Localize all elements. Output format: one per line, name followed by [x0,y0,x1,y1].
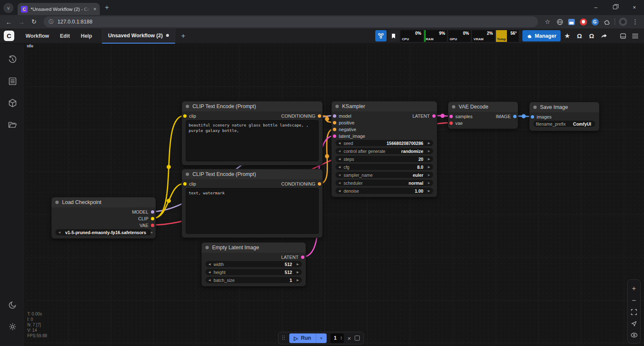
increment-arrow-icon[interactable]: ▶ [294,271,302,274]
menu-workflow[interactable]: Workflow [20,33,55,39]
back-icon[interactable]: ← [3,16,14,27]
widget-denoise[interactable]: ◀denoise1.00▶ [335,188,433,194]
decrement-arrow-icon[interactable]: ◀ [335,173,343,177]
widget-batch-size[interactable]: ◀batch_size1▶ [205,277,302,283]
run-options-chevron-icon[interactable]: ∨ [316,333,327,343]
site-info-icon[interactable]: ⓘ [49,18,54,26]
input-dot[interactable] [183,114,187,118]
increment-arrow-icon[interactable]: ▶ [425,189,433,193]
input-dot[interactable] [449,121,453,125]
zoom-in-button[interactable]: + [632,285,636,292]
reload-icon[interactable]: ↻ [29,16,39,27]
output-port[interactable]: IMAGE [496,114,517,119]
input-port[interactable]: images [531,114,551,119]
input-dot[interactable] [333,121,336,124]
output-dot[interactable] [301,256,304,259]
workflows-folder-icon[interactable] [4,116,21,133]
output-port[interactable]: VAE [140,223,154,228]
decrement-arrow-icon[interactable]: ◀ [55,231,63,234]
increment-arrow-icon[interactable]: ▶ [425,142,433,145]
increment-arrow-icon[interactable]: ▶ [425,181,433,185]
decrement-arrow-icon[interactable]: ◀ [335,142,343,145]
output-port[interactable]: MODEL [132,209,154,214]
output-dot[interactable] [151,210,154,214]
decrement-arrow-icon[interactable]: ◀ [205,279,213,282]
extension-icon-2[interactable]: Ω [586,30,597,41]
printer-extension-icon[interactable] [566,17,576,27]
widget-control-after-generate[interactable]: ◀control after generaterandomize▶ [335,148,433,154]
input-dot[interactable] [183,182,187,186]
decrement-arrow-icon[interactable]: ◀ [205,271,213,274]
graph-node-save_image[interactable]: Save Imageimagesfilename_prefixComfyUI [529,102,600,131]
zoom-out-button[interactable]: − [632,297,636,304]
forward-icon[interactable]: → [16,16,27,27]
settings-gear-icon[interactable] [4,318,21,335]
batch-count-input[interactable]: 1 ▲▼ [330,333,344,343]
graph-node-empty_latent[interactable]: Empty Latent ImageLATENT◀width512▶◀heigh… [201,242,306,287]
queue-history-icon[interactable] [4,51,21,68]
input-port[interactable]: model [333,114,351,119]
increment-arrow-icon[interactable]: ▶ [294,263,302,266]
graph-node-vae_decode[interactable]: VAE DecodesamplesIMAGEvae [448,101,518,129]
increment-arrow-icon[interactable]: ▶ [148,231,156,234]
widget-sampler-name[interactable]: ◀sampler_nameeuler▶ [335,172,433,178]
graph-node-load_checkpoint[interactable]: Load CheckpointMODELCLIPVAE◀c ...v1-5-pr… [51,197,156,239]
favorites-star-icon[interactable]: ★ [562,30,573,41]
input-port[interactable]: latent_image [333,134,365,139]
input-port[interactable]: clip [183,181,196,186]
decrement-arrow-icon[interactable]: ◀ [205,263,213,266]
menu-help[interactable]: Help [75,33,98,39]
prompt-textarea[interactable]: beautiful scenery nature glass bottle la… [186,120,319,161]
input-port[interactable]: positive [333,120,354,125]
clear-queue-icon[interactable]: × [348,335,351,342]
decrement-arrow-icon[interactable]: ◀ [335,150,343,153]
extensions-puzzle-icon[interactable] [602,17,612,27]
run-button[interactable]: ▷Run ∨ [289,333,327,343]
input-port[interactable]: samples [449,114,473,119]
share-arrow-icon[interactable] [598,30,609,41]
stop-icon[interactable] [355,336,360,341]
hamburger-menu-icon[interactable] [630,30,641,41]
graph-node-clip_negative[interactable]: CLIP Text Encode (Prompt)clipCONDITIONIN… [182,169,323,238]
output-dot[interactable] [432,114,436,118]
node-library-icon[interactable] [4,73,21,90]
browser-menu-kebab-icon[interactable]: ⋮ [630,16,641,27]
bookmark-star-icon[interactable]: ☆ [542,16,553,27]
adblock-extension-icon[interactable] [578,17,588,27]
browser-tab[interactable]: C *Unsaved Workflow (2) - Comfy × [18,3,100,15]
decrement-arrow-icon[interactable]: ◀ [335,158,343,161]
decrement-arrow-icon[interactable]: ◀ [335,165,343,169]
widget-scheduler[interactable]: ◀schedulernormal▶ [335,180,433,186]
bottom-panel-toggle-icon[interactable] [618,30,628,41]
select-arrow-button[interactable] [631,320,637,327]
graph-node-ksampler[interactable]: KSamplermodelLATENTpositivenegativelaten… [331,101,437,197]
theme-moon-icon[interactable] [4,297,21,313]
increment-arrow-icon[interactable]: ▶ [425,165,433,169]
output-port[interactable]: CONDITIONING [281,181,321,186]
input-dot[interactable] [531,115,534,119]
tab-search-button[interactable]: v [3,3,13,13]
bookmark-icon[interactable] [388,30,399,41]
output-dot[interactable] [513,115,517,118]
output-port[interactable]: CLIP [138,216,154,221]
input-dot[interactable] [449,115,453,118]
widget-width[interactable]: ◀width512▶ [205,261,302,267]
window-restore-button[interactable] [605,0,625,14]
widget-steps[interactable]: ◀steps20▶ [335,156,433,162]
widget-height[interactable]: ◀height512▶ [205,269,302,275]
increment-arrow-icon[interactable]: ▶ [425,158,433,161]
graph-node-clip_positive[interactable]: CLIP Text Encode (Prompt)clipCONDITIONIN… [182,101,323,165]
profile-avatar[interactable] [618,17,628,27]
prompt-textarea[interactable]: text, watermark [186,188,319,234]
output-port[interactable]: LATENT [281,255,304,260]
drag-handle[interactable] [282,336,286,341]
fit-view-button[interactable] [631,309,637,315]
comfyui-logo[interactable]: C [4,31,14,41]
menu-edit[interactable]: Edit [55,33,75,39]
decrement-arrow-icon[interactable]: ◀ [335,189,343,193]
increment-arrow-icon[interactable]: ▶ [294,279,302,282]
workflow-graph-button[interactable] [375,30,387,41]
count-stepper[interactable]: ▲▼ [340,336,344,340]
window-close-button[interactable]: × [625,0,644,14]
window-minimize-button[interactable]: – [586,0,605,14]
